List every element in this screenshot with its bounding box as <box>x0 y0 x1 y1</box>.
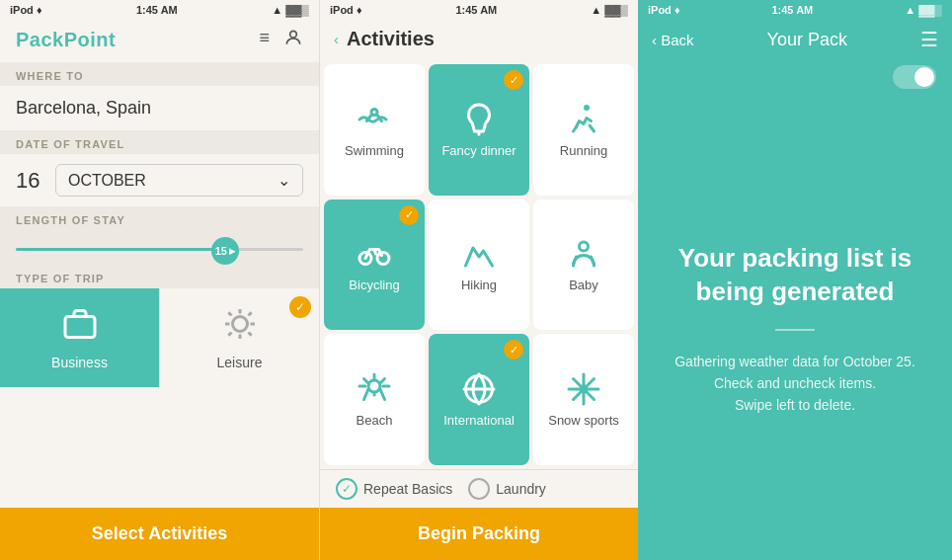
panel-main: iPod ♦ 1:45 AM ▲ ▓▓▒ PackPoint ≡ WHERE T… <box>0 0 319 560</box>
panel-activities: iPod ♦ 1:45 AM ▲ ▓▓▒ ‹ Activities Swimmi… <box>319 0 638 560</box>
select-activities-button[interactable]: Select Activities <box>0 508 319 560</box>
back-chevron-icon: ‹ <box>334 31 339 47</box>
device-name-2: iPod ♦ <box>330 4 362 16</box>
activities-title: Activities <box>347 28 435 50</box>
repeat-basics-option[interactable]: ✓ Repeat Basics <box>336 478 452 500</box>
device-name-1: iPod ♦ <box>10 4 42 16</box>
activity-snow-sports-label: Snow sports <box>548 413 619 428</box>
activity-swimming[interactable]: Swimming <box>324 64 425 196</box>
activity-hiking[interactable]: Hiking <box>429 200 529 331</box>
fancy-dinner-check: ✓ <box>504 70 523 90</box>
activity-baby[interactable]: Baby <box>533 200 634 331</box>
bottom-options: ✓ Repeat Basics Laundry <box>320 469 638 508</box>
pack-title: Your Pack <box>767 30 847 50</box>
activity-baby-label: Baby <box>569 278 598 292</box>
international-check: ✓ <box>504 340 523 360</box>
begin-packing-button[interactable]: Begin Packing <box>320 508 638 560</box>
header-icons: ≡ <box>259 28 303 52</box>
app-header: PackPoint ≡ <box>0 20 319 62</box>
activity-hiking-label: Hiking <box>461 278 497 292</box>
business-icon <box>62 306 98 349</box>
svg-rect-1 <box>65 316 95 337</box>
laundry-label: Laundry <box>496 481 546 497</box>
panel-pack: iPod ♦ 1:45 AM ▲ ▓▓▒ ‹ Back Your Pack ☰ … <box>638 0 952 560</box>
length-label: LENGTH OF STAY <box>0 206 319 230</box>
activity-snow-sports[interactable]: Snow sports <box>533 334 634 465</box>
profile-icon[interactable] <box>283 28 303 52</box>
activities-header: ‹ Activities <box>320 20 638 60</box>
activity-running-label: Running <box>560 143 607 158</box>
activity-beach-label: Beach <box>357 413 393 428</box>
sub-text: Gathering weather data for October 25.Ch… <box>674 351 915 417</box>
where-to-label: WHERE TO <box>0 62 319 86</box>
laundry-option[interactable]: Laundry <box>468 478 546 500</box>
device-name-3: iPod ♦ <box>648 4 680 16</box>
svg-point-7 <box>580 242 589 251</box>
business-label: Business <box>51 355 108 370</box>
trip-type-label: TYPE OF TRIP <box>0 265 319 288</box>
length-slider[interactable]: 15▶ <box>0 230 319 259</box>
activity-swimming-label: Swimming <box>345 143 404 158</box>
battery-2: ▲ ▓▓▒ <box>591 4 628 16</box>
battery-3: ▲ ▓▓▒ <box>905 4 942 16</box>
activities-grid: Swimming Fancy dinner ✓ Running <box>320 60 638 469</box>
svg-point-6 <box>377 253 389 265</box>
slider-thumb[interactable]: 15▶ <box>211 237 239 265</box>
date-row: 16 OCTOBER ⌄ <box>0 154 319 206</box>
trip-card-leisure[interactable]: Leisure ✓ <box>159 288 319 387</box>
time-2: 1:45 AM <box>455 4 497 16</box>
pack-content: Your packing list is being generated Gat… <box>638 99 952 560</box>
chevron-down-icon: ⌄ <box>278 171 290 190</box>
arrow-icon: ▶ <box>229 247 235 256</box>
laundry-circle-icon <box>468 478 490 500</box>
status-bar-1: iPod ♦ 1:45 AM ▲ ▓▓▒ <box>0 0 319 20</box>
activity-fancy-dinner-label: Fancy dinner <box>441 143 516 158</box>
leisure-icon <box>222 306 258 349</box>
toggle-knob <box>914 67 934 87</box>
leisure-check-badge: ✓ <box>289 296 311 318</box>
length-value: 15 <box>215 245 227 257</box>
pack-back-button[interactable]: ‹ Back <box>652 32 694 48</box>
activity-fancy-dinner[interactable]: Fancy dinner ✓ <box>429 64 529 196</box>
length-section: LENGTH OF STAY 15▶ <box>0 206 319 265</box>
svg-point-0 <box>290 31 297 38</box>
trip-type-cards: Business Leisure ✓ <box>0 288 319 387</box>
divider <box>775 329 815 331</box>
status-bar-2: iPod ♦ 1:45 AM ▲ ▓▓▒ <box>320 0 638 20</box>
activity-bicycling[interactable]: Bicycling ✓ <box>324 200 425 331</box>
month-value: OCTOBER <box>68 172 146 190</box>
activity-bicycling-label: Bicycling <box>349 278 399 292</box>
activity-international[interactable]: International ✓ <box>429 334 529 465</box>
generating-text: Your packing list is being generated <box>658 242 932 309</box>
svg-point-2 <box>232 316 247 331</box>
menu-icon[interactable]: ≡ <box>259 28 270 52</box>
toggle-row <box>638 61 952 99</box>
trip-card-business[interactable]: Business <box>0 288 159 387</box>
repeat-basics-label: Repeat Basics <box>363 481 452 497</box>
slider-fill <box>16 248 217 251</box>
status-bar-3: iPod ♦ 1:45 AM ▲ ▓▓▒ <box>638 0 952 20</box>
destination-input[interactable] <box>0 86 319 130</box>
month-select[interactable]: OCTOBER ⌄ <box>55 164 303 197</box>
date-label: DATE OF TRAVEL <box>0 130 319 154</box>
back-button[interactable]: ‹ <box>334 31 339 47</box>
bicycling-check: ✓ <box>399 205 419 225</box>
activity-beach[interactable]: Beach <box>324 334 425 465</box>
leisure-label: Leisure <box>217 355 263 370</box>
time-3: 1:45 AM <box>771 4 813 16</box>
app-title: PackPoint <box>16 29 116 51</box>
slider-track: 15▶ <box>16 248 303 251</box>
pack-header: ‹ Back Your Pack ☰ <box>638 20 952 61</box>
time-1: 1:45 AM <box>136 4 178 16</box>
battery-1: ▲ ▓▓▒ <box>272 4 309 16</box>
svg-point-8 <box>368 380 380 392</box>
activity-running[interactable]: Running <box>533 64 634 196</box>
activity-international-label: International <box>443 413 515 428</box>
pack-menu-icon[interactable]: ☰ <box>920 28 938 51</box>
date-day: 16 <box>16 168 45 194</box>
toggle-switch[interactable] <box>893 65 936 89</box>
repeat-basics-check-icon: ✓ <box>336 478 357 500</box>
